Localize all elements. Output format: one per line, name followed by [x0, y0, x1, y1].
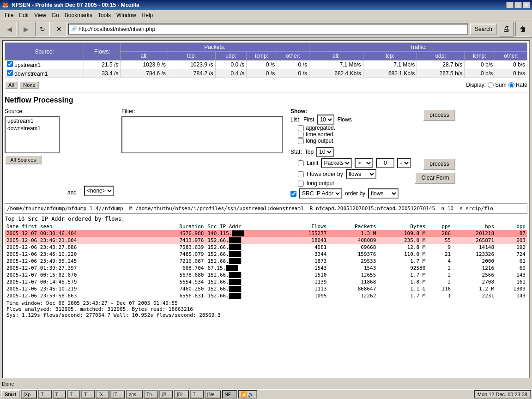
menu-bookmarks[interactable]: Bookmarks [62, 11, 95, 19]
none-button[interactable]: None [19, 81, 39, 89]
top-select[interactable]: 10 20 50 [316, 147, 334, 157]
pkt-other-cell: 0 /s [277, 60, 309, 69]
long-output-checkbox2[interactable] [298, 181, 304, 187]
taskbar-item-0[interactable]: [Xp... [21, 390, 37, 399]
menu-help[interactable]: Help [139, 11, 156, 19]
sum-radio-label[interactable]: Sum [488, 82, 507, 88]
search-button[interactable]: Search [470, 24, 497, 35]
res-flows-2: 4081 [285, 244, 329, 251]
process-button-top[interactable]: process [423, 109, 455, 121]
res-date-4: 2005-12-06 23:49:35.245 [5, 258, 150, 265]
pkt-tcp-cell: 1023.9 /s [168, 60, 215, 69]
clear-form-button[interactable]: Clear Form [415, 172, 455, 184]
limit-gt-select[interactable]: > < [355, 158, 373, 168]
menu-file[interactable]: File [2, 11, 16, 19]
printer-btn[interactable]: 🖨 [499, 22, 514, 36]
flows-order-select[interactable]: flows packets bytes [346, 169, 376, 179]
tools-btn[interactable]: 🗑 [515, 22, 530, 36]
long-output-checkbox1[interactable] [298, 138, 304, 144]
process-buttons: process process Clear Form [415, 108, 455, 184]
res-ip-0: 140.115.████ [206, 230, 285, 237]
res-pps-0: 286 [427, 230, 453, 237]
start-button[interactable]: Start [1, 390, 20, 399]
srcip-checkbox[interactable] [290, 191, 296, 197]
res-bpp-9: 149 [496, 292, 527, 299]
time-sorted-checkbox[interactable] [298, 132, 304, 138]
taskbar-item-10[interactable]: [Di... [174, 390, 189, 399]
window-title: NFSEN - Profile ssh Dec 07 2005 - 00:15 … [12, 2, 139, 8]
flows-order-checkbox[interactable] [298, 171, 304, 177]
taskbar-item-4[interactable]: T-... [81, 390, 95, 399]
menu-edit[interactable]: Edit [16, 11, 31, 19]
results-header-row: Date first seenDurationSrc IP AddrFlowsP… [5, 223, 527, 230]
source-upstream1[interactable]: upstream1 [6, 117, 59, 125]
title-bar: 🦊 NFSEN - Profile ssh Dec 07 2005 - 00:1… [0, 0, 532, 10]
time-sorted-label: time sorted. [306, 131, 335, 138]
taskbar-item-6[interactable]: [T-... [110, 390, 125, 399]
taskbar-item-13[interactable]: NF... [222, 390, 237, 399]
taskbar-item-7[interactable]: zps... [126, 390, 143, 399]
res-flows-0: 155277 [285, 230, 329, 237]
menu-view[interactable]: View [31, 11, 49, 19]
taskbar-item-5[interactable]: [X... [96, 390, 109, 399]
all-sources-button[interactable]: All Sources [5, 155, 42, 164]
process-button-bottom[interactable]: process [423, 158, 455, 170]
col-source: Source: [5, 43, 84, 60]
all-button[interactable]: All [5, 81, 18, 89]
menu-tools[interactable]: Tools [95, 11, 114, 19]
sum-radio[interactable] [488, 82, 494, 88]
aggregated-checkbox[interactable] [298, 125, 304, 131]
limit-checkbox[interactable] [298, 160, 304, 166]
and-select[interactable]: <none> [84, 186, 114, 196]
status-text: Done [2, 381, 14, 387]
subh-traffic-udp: udp: [417, 52, 465, 60]
res-ip-3: 152.66.████ [206, 251, 285, 258]
source-checkbox-0[interactable] [7, 61, 13, 67]
limit-type-select[interactable]: Packets Flows Bytes [321, 158, 352, 168]
taskbar-item-1[interactable]: T-... [38, 390, 51, 399]
menu-go[interactable]: Go [49, 11, 62, 19]
results-col-0: Date first seen [5, 223, 150, 230]
result-row-2: 2005-12-06 23:43:27.886 7583.639 152.66.… [5, 244, 527, 251]
limit-value-input[interactable] [376, 158, 394, 168]
menu-window[interactable]: Window [114, 11, 139, 19]
subh-packets-icmp: icmp: [246, 52, 277, 60]
source-cell: downstream1 [5, 69, 84, 78]
col-traffic: Traffic: [309, 43, 527, 52]
srcip-select[interactable]: SRC IP Addr DST IP Addr SRC Port DST Por… [299, 188, 342, 199]
reload-btn[interactable]: ↻ [35, 22, 50, 36]
taskbar-item-8[interactable]: Th... [144, 390, 158, 399]
first-select[interactable]: 10 20 50 [317, 115, 334, 125]
minimize-btn[interactable]: _ [506, 2, 514, 8]
rate-radio-label[interactable]: Rate [508, 82, 527, 88]
pkt-other-cell: 0 /s [277, 69, 309, 78]
close-btn[interactable]: ✕ [523, 2, 530, 8]
res-flows-6: 1510 [285, 272, 329, 278]
pkt-udp-cell: 0.0 /s [215, 60, 246, 69]
source-list[interactable]: upstream1 downstream1 [5, 116, 60, 153]
flows-cell: 21.5 /s [84, 60, 121, 69]
stop-btn[interactable]: ✕ [52, 22, 66, 36]
source-checkbox-1[interactable] [7, 70, 13, 76]
taskbar-item-9[interactable]: [B... [159, 390, 173, 399]
taskbar-item-11[interactable]: T-... [190, 390, 203, 399]
result-row-0: 2005-12-07 00:30:46.404 4576.988 140.115… [5, 230, 527, 237]
forward-btn[interactable]: ▶ [18, 22, 33, 36]
maximize-btn[interactable]: □ [514, 2, 522, 8]
result-row-4: 2005-12-06 23:49:35.245 7216.087 152.66.… [5, 258, 527, 265]
filter-input[interactable] [121, 116, 283, 153]
command-output: /home/thuthu/nfdump/nfdump-1.4//nfdump -… [5, 203, 527, 214]
taskbar-item-2[interactable]: T-... [53, 390, 66, 399]
order-by-select[interactable]: flows packets bytes [368, 188, 399, 199]
window-controls[interactable]: _ □ ✕ [506, 2, 530, 8]
rate-radio[interactable] [508, 82, 514, 88]
taskbar-item-3[interactable]: T-... [67, 390, 80, 399]
back-btn[interactable]: ◀ [2, 22, 17, 36]
taskbar-item-12[interactable]: [Ne... [205, 390, 221, 399]
traf-tcp-cell: 682.1 Kb/s [363, 69, 417, 78]
source-downstream1[interactable]: downstream1 [6, 125, 59, 132]
url-bar[interactable]: 🔗 http://localhost/nfsen/nfsen.php [68, 24, 468, 35]
stat-row: Stat: Top 10 20 50 [290, 147, 411, 157]
source-label: Source: [5, 108, 60, 115]
limit-dir-select[interactable]: - [397, 158, 411, 168]
